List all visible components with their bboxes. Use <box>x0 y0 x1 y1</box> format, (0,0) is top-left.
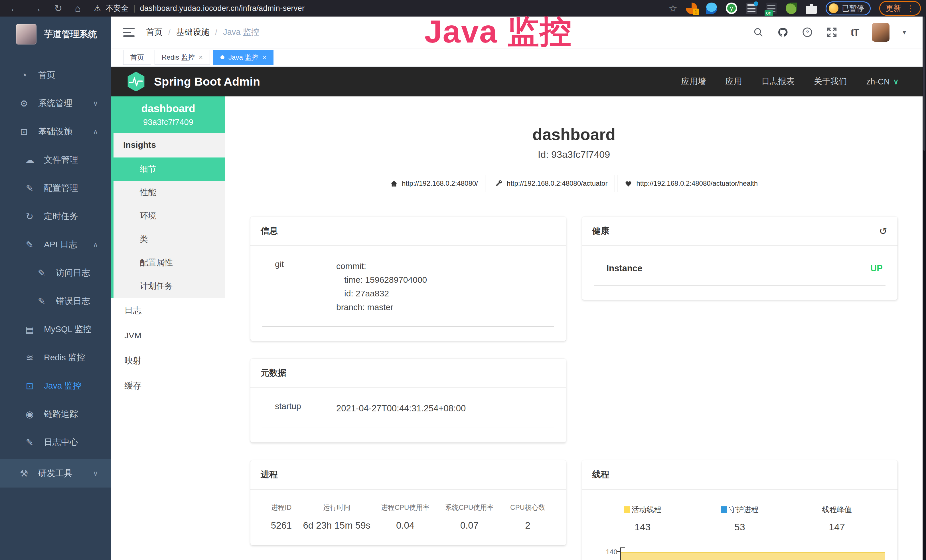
card-title-text: 线程 <box>592 469 610 480</box>
search-icon[interactable] <box>753 27 764 38</box>
tab-home[interactable]: 首页 <box>123 50 151 65</box>
sidebar-item-error-logs[interactable]: ✎ 错误日志 <box>0 287 111 315</box>
sidebar-item-home[interactable]: ◔ 首页 <box>0 61 111 89</box>
help-icon[interactable]: ? <box>802 27 813 38</box>
service-url-link[interactable]: http://192.168.0.2:48080/ <box>383 175 486 192</box>
reload-icon[interactable]: ↻ <box>54 3 62 14</box>
forward-icon[interactable]: → <box>32 3 42 14</box>
sba-sidebar: dashboard 93a3fc7f7409 Insights 细节 性能 环境… <box>111 97 225 560</box>
tab-redis-monitor[interactable]: Redis 监控 × <box>154 50 210 65</box>
address-bar[interactable]: ⚠ 不安全 | dashboard.yudao.iocoder.cn/infra… <box>94 3 304 14</box>
extension-icon-pin[interactable] <box>706 3 717 14</box>
threads-legend: 活动线程 143 守护进程 53 线程峰值 147 <box>594 505 886 533</box>
font-size-icon[interactable]: tT <box>851 27 859 38</box>
instance-health-row[interactable]: Instance UP <box>594 259 886 286</box>
sba-nav-wallboard[interactable]: 应用墙 <box>681 76 706 87</box>
sba-item-details[interactable]: 细节 <box>113 157 225 181</box>
sidebar-item-label: 配置管理 <box>44 182 78 194</box>
threads-card-title: 线程 <box>582 460 898 490</box>
legend-swatch-blue <box>721 506 727 513</box>
sba-item-logs[interactable]: 日志 <box>111 298 225 323</box>
sba-item-config-props[interactable]: 配置属性 <box>113 251 225 274</box>
app-logo-block[interactable]: 芋道管理系统 <box>0 17 111 51</box>
sba-item-mappings[interactable]: 映射 <box>111 348 225 373</box>
browser-update-button[interactable]: 更新 ⋮ <box>879 1 921 16</box>
sba-item-scheduled-tasks[interactable]: 计划任务 <box>113 274 225 298</box>
home-icon <box>390 180 398 188</box>
not-secure-icon: ⚠ <box>94 4 101 13</box>
tab-label: 首页 <box>130 53 144 62</box>
instance-header[interactable]: dashboard 93a3fc7f7409 <box>111 97 225 133</box>
sidebar-item-dev-tools[interactable]: ⚒ 研发工具 ∨ <box>0 459 111 487</box>
sba-item-jvm[interactable]: JVM <box>111 323 225 348</box>
threads-chart: 140 120 100 <box>594 548 886 560</box>
sidebar-item-scheduled-jobs[interactable]: ↻ 定时任务 <box>0 202 111 230</box>
sba-nav-applications[interactable]: 应用 <box>726 76 742 87</box>
browser-toolbar-right: ☆ y on 已暂停 更新 ⋮ <box>669 1 921 16</box>
sidebar-item-api-logs[interactable]: ✎ API 日志 ∧ <box>0 230 111 259</box>
fullscreen-icon[interactable] <box>826 27 838 38</box>
browser-menu-icon[interactable]: ⋮ <box>906 4 914 13</box>
close-icon[interactable]: × <box>262 53 266 61</box>
sidebar-item-infrastructure[interactable]: ⊡ 基础设施 ∧ <box>0 118 111 146</box>
sba-nav-journal[interactable]: 日志报表 <box>761 76 794 87</box>
sidebar-item-mysql-monitor[interactable]: ▤ MySQL 监控 <box>0 315 111 344</box>
sba-navbar: Spring Boot Admin 应用墙 应用 日志报表 关于我们 zh-CN… <box>111 67 923 97</box>
scrollbar-thumb[interactable] <box>923 17 925 151</box>
breadcrumb-home[interactable]: 首页 <box>146 27 163 38</box>
bookmark-star-icon[interactable]: ☆ <box>669 3 677 14</box>
user-avatar[interactable] <box>872 23 890 42</box>
extension-icon-leaf[interactable] <box>786 3 797 14</box>
sba-item-caches[interactable]: 缓存 <box>111 373 225 398</box>
sidebar-item-java-monitor[interactable]: ⊡ Java 监控 <box>0 372 111 400</box>
breadcrumb-infrastructure[interactable]: 基础设施 <box>176 27 209 38</box>
extension-puzzle-icon[interactable] <box>806 3 817 14</box>
sidebar-item-system-mgmt[interactable]: ⚙ 系统管理 ∨ <box>0 89 111 118</box>
sba-item-metrics[interactable]: 性能 <box>113 181 225 204</box>
back-icon[interactable]: ← <box>10 3 20 14</box>
sba-item-environment[interactable]: 环境 <box>113 204 225 228</box>
actuator-url-link[interactable]: http://192.168.0.2:48080/actuator <box>488 175 615 192</box>
sba-nav-about[interactable]: 关于我们 <box>814 76 847 87</box>
legend-label: 守护进程 <box>729 505 759 515</box>
github-icon[interactable] <box>777 27 788 38</box>
timer-icon: ↻ <box>23 211 36 222</box>
profile-paused-chip[interactable]: 已暂停 <box>826 2 871 15</box>
extension-icon-on[interactable]: on <box>766 3 777 14</box>
page-scrollbar[interactable] <box>923 17 926 560</box>
extension-icon-y[interactable]: y <box>726 3 737 14</box>
sba-locale-select[interactable]: zh-CN ∨ <box>866 77 899 86</box>
sidebar-item-label: Redis 监控 <box>44 352 85 363</box>
locale-label: zh-CN <box>866 77 890 86</box>
user-menu-caret-icon[interactable]: ▾ <box>903 28 906 36</box>
git-row: git commit: time: 1596289704000 id: 27aa… <box>262 259 554 327</box>
home-icon[interactable]: ⌂ <box>75 3 81 14</box>
monitor-icon: ⊡ <box>23 381 36 391</box>
sidebar-item-access-logs[interactable]: ✎ 访问日志 <box>0 259 111 287</box>
app-title: 芋道管理系统 <box>44 28 97 40</box>
collapse-sidebar-icon[interactable] <box>123 28 135 37</box>
sba-item-classes[interactable]: 类 <box>113 228 225 251</box>
close-icon[interactable]: × <box>199 53 203 61</box>
extension-icon-grid[interactable] <box>746 3 757 14</box>
app-logo-image <box>16 24 36 44</box>
extension-icon-orange[interactable] <box>686 3 697 14</box>
sba-brand-title[interactable]: Spring Boot Admin <box>154 75 260 88</box>
insights-section: Insights 细节 性能 环境 类 配置属性 计划任务 <box>111 133 225 298</box>
monitor-icon: ⊡ <box>17 126 31 137</box>
col-header-cpu-cores: CPU核心数 <box>501 503 554 512</box>
sidebar-item-log-center[interactable]: ✎ 日志中心 <box>0 428 111 456</box>
sidebar-item-tracing[interactable]: ◉ 链路追踪 <box>0 400 111 428</box>
sidebar-item-redis-monitor[interactable]: ≋ Redis 监控 <box>0 344 111 372</box>
actuator-url-text: http://192.168.0.2:48080/actuator <box>507 179 608 188</box>
axis-tick <box>617 551 620 552</box>
sidebar-item-file-mgmt[interactable]: ☁ 文件管理 <box>0 146 111 174</box>
gear-icon: ⚙ <box>17 98 31 109</box>
history-icon[interactable]: ↺ <box>879 226 888 237</box>
health-url-link[interactable]: http://192.168.0.2:48080/actuator/health <box>617 175 765 192</box>
legend-value: 147 <box>788 522 885 533</box>
sidebar-item-config-mgmt[interactable]: ✎ 配置管理 <box>0 174 111 202</box>
sidebar-item-label: 日志中心 <box>44 436 78 448</box>
tab-java-monitor[interactable]: Java 监控 × <box>213 50 274 65</box>
threads-chart-plot <box>620 548 886 560</box>
